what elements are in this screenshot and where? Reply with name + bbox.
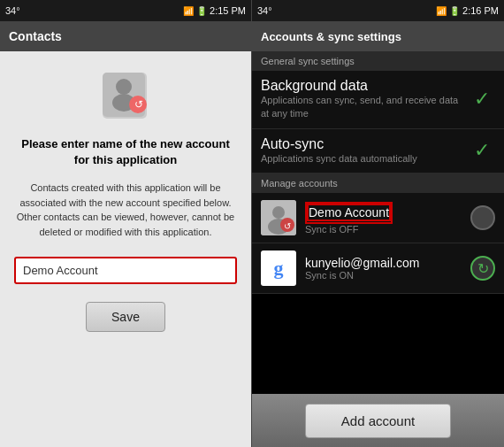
right-title-bar: Accounts & sync settings bbox=[252, 21, 504, 51]
demo-account-status: Sync is OFF bbox=[305, 224, 462, 235]
add-account-button[interactable]: Add account bbox=[305, 404, 451, 438]
right-screen: 34° 📶 🔋 2:16 PM Accounts & sync settings… bbox=[252, 0, 504, 447]
auto-sync-text: Auto-sync Applications sync data automat… bbox=[261, 136, 460, 166]
right-status-right: 📶 🔋 2:16 PM bbox=[436, 5, 499, 16]
battery-icon: 🔋 bbox=[196, 6, 207, 16]
demo-account-info: Demo Account Sync is OFF bbox=[305, 202, 462, 235]
signal-icon: 📶 bbox=[183, 6, 194, 16]
add-account-label: Add account bbox=[341, 413, 415, 428]
demo-account-avatar: ↺ bbox=[261, 200, 296, 235]
left-status-right: 📶 🔋 2:15 PM bbox=[183, 5, 246, 16]
google-account-status: Sync is ON bbox=[305, 270, 462, 281]
auto-sync-subtitle: Applications sync data automatically bbox=[261, 152, 460, 166]
google-account-avatar: g bbox=[261, 250, 296, 286]
google-sync-status-icon: ↻ bbox=[470, 256, 495, 281]
left-status-bar: 34° 📶 🔋 2:15 PM bbox=[0, 0, 251, 21]
background-data-checkmark: ✓ bbox=[469, 86, 495, 112]
right-screen-title: Accounts & sync settings bbox=[261, 30, 401, 43]
right-battery-icon: 🔋 bbox=[449, 6, 460, 16]
manage-accounts-header: Manage accounts bbox=[252, 173, 504, 193]
left-temp: 34° bbox=[5, 5, 20, 16]
svg-text:↺: ↺ bbox=[134, 98, 143, 111]
right-time: 2:16 PM bbox=[462, 5, 499, 16]
right-status-bar: 34° 📶 🔋 2:16 PM bbox=[252, 0, 504, 21]
bottom-bar: Add account bbox=[252, 394, 504, 447]
google-account-name: kunyelio@gmail.com bbox=[305, 256, 462, 270]
background-data-row[interactable]: Background data Applications can sync, s… bbox=[252, 71, 504, 129]
background-data-title: Background data bbox=[261, 78, 460, 94]
content-spacer bbox=[252, 294, 504, 394]
demo-sync-status-icon bbox=[470, 205, 495, 230]
left-title-bar: Contacts bbox=[0, 21, 251, 51]
right-content: General sync settings Background data Ap… bbox=[252, 51, 504, 447]
svg-point-7 bbox=[272, 206, 285, 219]
right-signal-icon: 📶 bbox=[436, 6, 447, 16]
google-account-row[interactable]: g kunyelio@gmail.com Sync is ON ↻ bbox=[252, 243, 504, 294]
general-sync-header: General sync settings bbox=[252, 51, 504, 71]
background-data-subtitle: Applications can sync, send, and receive… bbox=[261, 94, 460, 121]
save-button[interactable]: Save bbox=[86, 302, 165, 332]
google-account-info: kunyelio@gmail.com Sync is ON bbox=[305, 256, 462, 281]
left-content: ↺ Please enter name of the new account f… bbox=[0, 51, 251, 447]
right-temp: 34° bbox=[257, 5, 272, 16]
svg-point-2 bbox=[116, 79, 132, 95]
auto-sync-title: Auto-sync bbox=[261, 136, 460, 152]
auto-sync-checkmark: ✓ bbox=[469, 137, 495, 164]
left-time: 2:15 PM bbox=[210, 5, 246, 16]
account-input-wrapper[interactable]: Demo Account bbox=[14, 257, 237, 284]
contacts-icon: ↺ bbox=[99, 69, 152, 122]
contacts-body-text: Contacts created with this application w… bbox=[14, 181, 237, 239]
save-label: Save bbox=[111, 310, 140, 324]
right-status-left: 34° bbox=[257, 5, 272, 16]
demo-account-name: Demo Account bbox=[307, 204, 391, 221]
left-screen-title: Contacts bbox=[9, 29, 62, 43]
left-screen: 34° 📶 🔋 2:15 PM Contacts ↺ Plea bbox=[0, 0, 252, 447]
svg-text:↺: ↺ bbox=[284, 221, 291, 231]
left-status-left: 34° bbox=[5, 5, 20, 16]
contacts-icon-container: ↺ bbox=[99, 69, 152, 122]
contacts-description: Please enter name of the new account for… bbox=[14, 136, 237, 168]
demo-account-row[interactable]: ↺ Demo Account Sync is OFF bbox=[252, 193, 504, 243]
background-data-text: Background data Applications can sync, s… bbox=[261, 78, 460, 121]
account-name-input[interactable]: Demo Account bbox=[16, 258, 235, 282]
auto-sync-row[interactable]: Auto-sync Applications sync data automat… bbox=[252, 129, 504, 173]
